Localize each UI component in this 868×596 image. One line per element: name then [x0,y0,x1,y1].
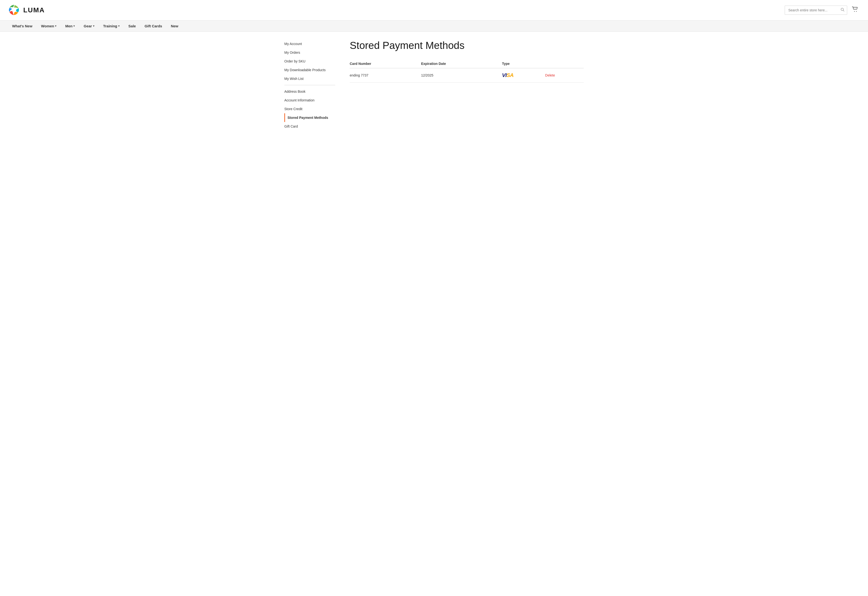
cart-icon [852,7,858,12]
sidebar-item-gift-card[interactable]: Gift Card [284,122,335,131]
svg-point-4 [854,11,855,12]
page-content: Stored Payment Methods Card Number Expir… [345,40,584,131]
search-icon [841,8,844,12]
main-content: My Account My Orders Order by SKU My Dow… [277,32,591,139]
action-cell: Delete [545,68,584,83]
nav-item-gift-cards[interactable]: Gift Cards [140,21,167,31]
table-header-actions [545,59,584,68]
chevron-down-icon: ▾ [118,24,120,28]
chevron-down-icon: ▾ [93,24,94,28]
sidebar-item-stored-payment-methods[interactable]: Stored Payment Methods [284,113,335,122]
page-title: Stored Payment Methods [350,40,584,52]
search-button[interactable] [838,6,847,15]
svg-line-3 [843,10,844,11]
sidebar-item-order-by-sku[interactable]: Order by SKU [284,57,335,66]
header: LUMA [0,0,868,21]
sidebar-item-store-credit[interactable]: Store Credit [284,105,335,113]
nav-bar: What's New Women ▾ Men ▾ Gear ▾ Training… [0,21,868,32]
chevron-down-icon: ▾ [73,24,75,28]
svg-point-1 [12,8,16,12]
luma-logo-icon [8,4,20,16]
search-input[interactable] [785,6,838,14]
type-cell: VISA [502,68,545,83]
header-right [785,6,860,15]
logo-text: LUMA [23,6,45,14]
sidebar-item-my-downloadable-products[interactable]: My Downloadable Products [284,66,335,74]
nav-item-training[interactable]: Training ▾ [99,21,124,31]
nav-item-gear[interactable]: Gear ▾ [79,21,99,31]
payment-table: Card Number Expiration Date Type ending … [350,59,584,83]
search-box [785,6,847,15]
nav-item-women[interactable]: Women ▾ [37,21,61,31]
table-row: ending 7737 12/2025 VISA Delete [350,68,584,83]
sidebar-item-account-information[interactable]: Account Information [284,96,335,105]
chevron-down-icon: ▾ [55,24,56,28]
delete-button[interactable]: Delete [545,73,555,77]
sidebar-item-address-book[interactable]: Address Book [284,87,335,96]
svg-point-5 [856,11,857,12]
sidebar: My Account My Orders Order by SKU My Dow… [284,40,335,131]
nav-item-men[interactable]: Men ▾ [61,21,79,31]
visa-logo: VISA [502,72,514,78]
nav-item-new[interactable]: New [166,21,183,31]
sidebar-item-my-orders[interactable]: My Orders [284,48,335,57]
cart-button[interactable] [850,6,860,15]
card-number-cell: ending 7737 [350,68,421,83]
table-header-expiration-date: Expiration Date [421,59,502,68]
sidebar-item-my-account[interactable]: My Account [284,40,335,48]
sidebar-item-my-wish-list[interactable]: My Wish List [284,74,335,83]
table-header-type: Type [502,59,545,68]
nav-item-sale[interactable]: Sale [124,21,140,31]
nav-item-whats-new[interactable]: What's New [8,21,37,31]
table-header-card-number: Card Number [350,59,421,68]
expiration-date-cell: 12/2025 [421,68,502,83]
logo-area: LUMA [8,4,45,16]
